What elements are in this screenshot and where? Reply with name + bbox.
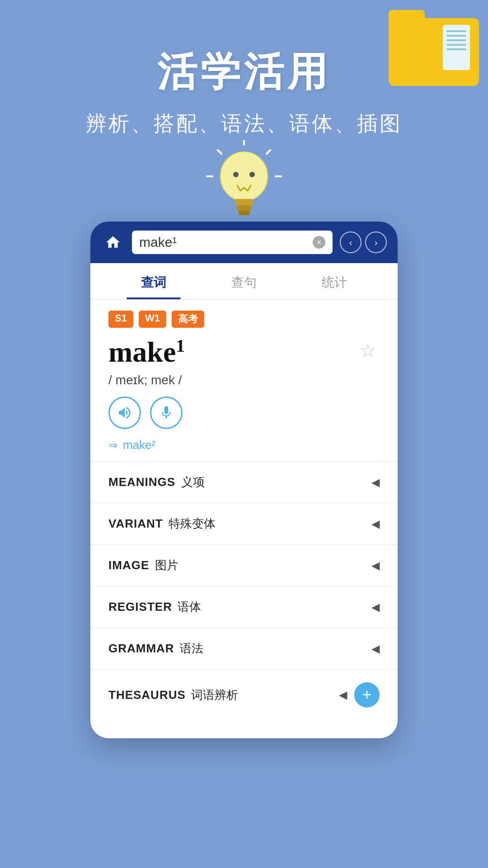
svg-line-3 (218, 150, 221, 154)
prev-button[interactable]: ‹ (340, 231, 361, 253)
section-thesaurus-right: ◀ + (339, 682, 380, 708)
title-section: 活学活用 辨析、搭配、语法、语体、插图 (0, 45, 488, 138)
badge-s1: S1 (108, 311, 133, 328)
svg-point-6 (233, 172, 239, 177)
svg-point-7 (249, 172, 255, 177)
audio-buttons (108, 396, 380, 429)
svg-rect-10 (239, 211, 249, 215)
section-thesaurus[interactable]: THESAURUS 词语辨析 ◀ + (90, 669, 398, 720)
superscript: 1 (176, 335, 185, 356)
see-also: ⇒ make² (108, 438, 380, 452)
svg-point-5 (221, 152, 267, 201)
see-also-link[interactable]: make² (123, 438, 155, 452)
grammar-arrow-icon: ◀ (371, 642, 380, 655)
section-register-right: ◀ (371, 601, 380, 613)
section-image-label: IMAGE 图片 (108, 557, 178, 573)
phonetic: / meɪk; mek / (108, 373, 380, 387)
section-variant-right: ◀ (371, 518, 380, 530)
image-arrow-icon: ◀ (371, 559, 380, 572)
star-icon: ☆ (360, 340, 376, 361)
headword-row: make1 ☆ (108, 335, 380, 369)
section-grammar[interactable]: GRAMMAR 语法 ◀ (90, 627, 398, 669)
thesaurus-arrow-icon: ◀ (339, 689, 347, 701)
lightbulb-icon (203, 140, 285, 222)
svg-rect-8 (235, 199, 253, 205)
section-register-label: REGISTER 语体 (108, 599, 201, 615)
search-bar[interactable]: make¹ × (132, 231, 333, 254)
section-image[interactable]: IMAGE 图片 ◀ (90, 544, 398, 586)
word-content: S1 W1 高考 make1 ☆ / meɪk; mek / (90, 300, 398, 452)
sections-list: MEANINGS 义项 ◀ VARIANT 特殊变体 ◀ IMAGE 图片 ◀ (90, 461, 398, 720)
thesaurus-plus-button[interactable]: + (354, 682, 380, 708)
mic-button[interactable] (150, 396, 183, 429)
section-grammar-label: GRAMMAR 语法 (108, 641, 203, 656)
section-meanings-label: MEANINGS 义项 (108, 474, 205, 490)
section-variant[interactable]: VARIANT 特殊变体 ◀ (90, 503, 398, 544)
see-also-arrow-icon: ⇒ (108, 439, 117, 452)
home-icon (105, 234, 121, 250)
search-query: make¹ (139, 235, 177, 250)
mic-icon (159, 405, 174, 420)
lightbulb-svg (203, 140, 285, 222)
section-meanings[interactable]: MEANINGS 义项 ◀ (90, 461, 398, 503)
badge-w1: W1 (139, 311, 166, 328)
section-thesaurus-label: THESAURUS 词语辨析 (108, 687, 238, 703)
phone-mockup: make¹ × ‹ › 查词 查句 统计 S1 W1 (90, 222, 398, 738)
chevron-left-icon: ‹ (349, 237, 352, 248)
speaker-button[interactable] (108, 396, 141, 429)
tab-chaCI[interactable]: 查词 (108, 263, 199, 299)
clear-button[interactable]: × (313, 236, 325, 249)
clear-icon: × (317, 238, 322, 246)
variant-arrow-icon: ◀ (371, 518, 380, 530)
tabs-bar: 查词 查句 统计 (90, 263, 398, 300)
svg-line-1 (267, 150, 270, 154)
next-button[interactable]: › (365, 231, 387, 253)
section-image-right: ◀ (371, 559, 380, 572)
plus-icon: + (362, 685, 371, 704)
section-grammar-right: ◀ (371, 642, 380, 655)
headword: make1 (108, 335, 185, 369)
register-arrow-icon: ◀ (371, 601, 380, 613)
phone-header: make¹ × ‹ › (90, 222, 398, 263)
favorite-button[interactable]: ☆ (356, 339, 380, 362)
chevron-right-icon: › (375, 237, 378, 248)
nav-arrows: ‹ › (340, 231, 387, 253)
section-register[interactable]: REGISTER 语体 ◀ (90, 586, 398, 627)
main-title: 活学活用 (0, 45, 488, 99)
word-badges: S1 W1 高考 (108, 311, 380, 328)
badge-gaokao: 高考 (172, 311, 204, 328)
home-button[interactable] (101, 231, 125, 254)
svg-rect-9 (237, 205, 251, 211)
section-meanings-right: ◀ (371, 476, 380, 489)
sub-title: 辨析、搭配、语法、语体、插图 (0, 110, 488, 138)
section-variant-label: VARIANT 特殊变体 (108, 516, 216, 532)
speaker-icon (117, 405, 132, 420)
tab-chajU[interactable]: 查句 (199, 263, 289, 299)
meanings-arrow-icon: ◀ (371, 476, 380, 489)
tab-tongJi[interactable]: 统计 (289, 263, 380, 299)
